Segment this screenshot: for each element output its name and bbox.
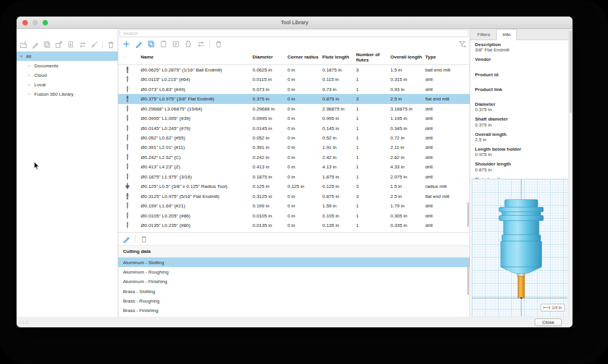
cell-corner_radius: 0 in — [287, 145, 322, 150]
column-header[interactable]: Overall length — [390, 55, 425, 60]
column-header[interactable]: Type — [425, 55, 470, 60]
caret-right-icon[interactable]: › — [28, 82, 32, 87]
caret-right-icon[interactable]: › — [28, 63, 32, 69]
screen-backdrop: Tool Library ▾ All ›Documents›Cloud›Loca… — [0, 0, 608, 364]
cell-type: drill — [425, 213, 470, 219]
export-library-icon[interactable] — [55, 41, 63, 48]
table-row[interactable]: Ø0.0625" L0.2875" (1/16" Ball Endmill)0.… — [118, 65, 470, 74]
library-panel: ▾ All ›Documents›Cloud›Local›Fusion 360 … — [17, 29, 118, 317]
new-library-icon[interactable] — [20, 41, 27, 48]
info-scrollbar-thumb[interactable] — [570, 30, 572, 113]
toolbar-divider — [102, 41, 103, 48]
table-row[interactable]: Ø0.1875" L1.975" (3/16)0.1875 in0 in1.87… — [118, 172, 470, 181]
table-row[interactable]: Ø0.413" L4.23" (Z)0.413 in0 in4.13 in14.… — [118, 162, 470, 172]
cutting-data-header: Cutting data — [118, 245, 470, 258]
caret-down-icon[interactable]: ▾ — [20, 54, 24, 59]
drill-tool-icon — [118, 134, 141, 142]
table-row[interactable]: Ø0.0995" L1.095" (#39)0.0995 in0 in0.995… — [118, 113, 470, 123]
renumber-tools-icon[interactable] — [197, 40, 205, 48]
zoom-window-button[interactable] — [43, 20, 48, 25]
table-row[interactable]: Ø0.073" L0.83" (#49)0.073 in0 in0.73 in1… — [118, 84, 470, 94]
info-scrollbar[interactable] — [568, 29, 573, 317]
info-field-value: 3/8" Flat Endmill — [475, 47, 567, 53]
cutting-data-row[interactable]: Brass - Finishing — [118, 306, 470, 315]
cutting-data-toolbar — [118, 232, 470, 245]
cell-overall_length: 1.195 in — [390, 116, 425, 121]
table-row[interactable]: Ø0.29688" L3.06875" (19/64)0.29688 in0 i… — [118, 104, 470, 113]
delete-cutting-data-icon[interactable] — [140, 235, 148, 243]
cell-diameter: 0.242 in — [253, 155, 287, 160]
cell-name: Ø0.052" L0.62" (#55) — [141, 135, 253, 141]
info-field-value — [475, 92, 567, 98]
cell-diameter: 0.0105 in — [253, 213, 287, 219]
rename-library-icon[interactable] — [31, 41, 39, 48]
cell-type: drill — [425, 155, 470, 160]
tree-item-label: Cloud — [34, 73, 47, 78]
table-row[interactable]: Ø0.0115" L0.215" (#64)0.0115 in0 in0.115… — [118, 74, 470, 84]
drill-tool-icon — [118, 115, 141, 122]
table-row[interactable]: Ø0.125" L0.5" (3/8" x 0.125" Radius Tool… — [118, 182, 470, 191]
table-row[interactable]: Ø0.375" L0.975" (3/8" Flat Endmill)0.375… — [118, 94, 470, 103]
cutting-data-row[interactable]: Brass - Roughing — [118, 296, 470, 306]
table-row[interactable]: Ø0.199" L1.69" (#21)0.199 in0 in1.59 in1… — [118, 202, 470, 211]
tab-filters[interactable]: Filters — [471, 29, 496, 40]
cell-overall_length: 1.5 in — [390, 184, 425, 189]
info-field-label: Shaft diameter — [475, 116, 567, 122]
table-row[interactable]: Ø0.3125" L0.975" (5/16" Flat Endmill)0.3… — [118, 191, 470, 201]
tool-holder-icon[interactable] — [185, 40, 192, 48]
filter-clear-icon[interactable] — [458, 40, 466, 48]
import-library-icon[interactable] — [67, 41, 75, 48]
copy-tool-icon[interactable] — [147, 40, 155, 48]
caret-right-icon[interactable]: › — [28, 92, 32, 97]
copy-library-icon[interactable] — [43, 41, 51, 48]
table-row[interactable]: Ø0.391" L2.01" (#11)0.391 in0 in1.91 in1… — [118, 143, 470, 152]
edit-tool-icon[interactable] — [135, 40, 143, 48]
cutting-data-row[interactable]: Aluminum - Roughing — [118, 267, 470, 277]
gear-icon[interactable] — [118, 54, 126, 61]
minimize-window-button[interactable] — [33, 20, 38, 25]
search-input[interactable] — [119, 30, 468, 37]
cleanup-library-icon[interactable] — [90, 41, 98, 48]
cell-type: drill — [425, 135, 470, 141]
table-row[interactable]: Ø0.0105" L0.205" (#86)0.0105 in0 in0.105… — [118, 211, 470, 220]
caret-right-icon[interactable]: › — [28, 73, 32, 78]
table-row[interactable]: Ø0.0135" L0.235" (#80)0.0135 in0 in0.135… — [118, 221, 470, 230]
merge-libraries-icon[interactable] — [79, 41, 86, 48]
delete-library-icon[interactable] — [107, 41, 115, 48]
window-body: ▾ All ›Documents›Cloud›Local›Fusion 360 … — [17, 29, 573, 317]
delete-tool-icon[interactable] — [215, 40, 222, 48]
add-tool-icon[interactable] — [122, 40, 130, 48]
column-header[interactable]: Number of flutes — [356, 53, 386, 63]
cutting-data-row[interactable]: Aluminum - Slotting — [118, 258, 470, 267]
table-row[interactable]: Ø0.242" L2.52" (C)0.242 in0 in2.42 in12.… — [118, 152, 470, 162]
cell-overall_length: 0.72 in — [390, 135, 425, 141]
cutting-scrollbar-thumb[interactable] — [467, 261, 469, 295]
table-row[interactable]: Ø0.052" L0.62" (#55)0.052 in0 in0.52 in1… — [118, 133, 470, 142]
close-window-button[interactable] — [22, 20, 28, 25]
tree-item-fusion-360-library[interactable]: ›Fusion 360 Library — [17, 89, 118, 99]
column-header[interactable]: Diameter — [253, 55, 287, 60]
tool-preview-viewport[interactable]: 1/4 in — [471, 178, 568, 317]
table-row[interactable]: Ø0.0145" L0.245" (#79)0.0145 in0 in0.145… — [118, 124, 470, 133]
cutting-data-row[interactable]: Brass - Slotting — [118, 287, 470, 296]
tree-item-cloud[interactable]: ›Cloud — [17, 70, 118, 80]
column-header[interactable]: Flute length — [322, 55, 356, 60]
titlebar[interactable]: Tool Library — [17, 17, 573, 29]
cell-corner_radius: 0 in — [287, 213, 322, 219]
column-header[interactable]: Corner radius — [287, 55, 322, 60]
info-field-label: Diameter — [475, 102, 567, 107]
cell-name: Ø0.1875" L1.975" (3/16) — [141, 174, 253, 180]
tree-item-documents[interactable]: ›Documents — [17, 61, 118, 70]
duplicate-tool-icon[interactable] — [172, 40, 180, 48]
column-header[interactable]: Name — [141, 55, 253, 60]
tab-info[interactable]: Info — [496, 29, 517, 40]
paste-tool-icon[interactable] — [160, 40, 167, 48]
cell-flutes: 1 — [356, 223, 390, 228]
tools-scrollbar-thumb[interactable] — [467, 202, 469, 227]
tree-item-all[interactable]: ▾ All — [17, 51, 118, 61]
edit-cutting-data-icon[interactable] — [122, 235, 130, 243]
tree-item-local[interactable]: ›Local — [17, 80, 118, 89]
cell-overall_length: 1.79 in — [390, 203, 425, 209]
close-button[interactable]: Close — [535, 318, 562, 326]
cutting-data-row[interactable]: Aluminum - Finishing — [118, 277, 470, 287]
